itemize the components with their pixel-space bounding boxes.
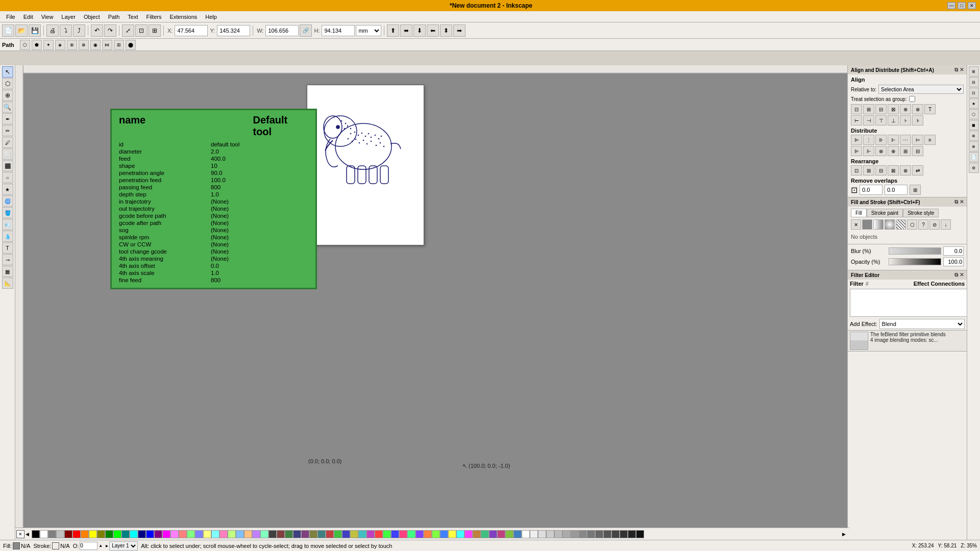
align-distribute-header[interactable]: Align and Distribute (Shift+Ctrl+A) ⧉ ✕ [848, 65, 967, 74]
dist-center-h[interactable]: ⋯ [900, 135, 911, 145]
dropper-tool[interactable]: 💧 [2, 231, 13, 242]
export-button[interactable]: ⤴ [73, 24, 85, 37]
menu-object[interactable]: Object [80, 13, 104, 21]
opacity-value[interactable] [943, 257, 964, 266]
align-center-h-button[interactable]: ⬍ [440, 24, 452, 37]
fill-unknown-icon[interactable]: ? [918, 219, 928, 230]
palette-color[interactable] [554, 530, 562, 538]
dist-remove-h[interactable]: ⊟ [912, 146, 923, 156]
palette-color[interactable] [415, 530, 424, 538]
minimize-button[interactable]: — [947, 2, 955, 9]
remove-overlap-btn[interactable]: ⊞ [910, 185, 921, 195]
palette-color[interactable] [350, 530, 358, 538]
lock-ratio-button[interactable]: 🔗 [300, 24, 312, 37]
filter-panel-detach[interactable]: ⧉ [954, 272, 958, 278]
palette-color[interactable] [334, 530, 342, 538]
swatch-btn[interactable]: ⬡ [969, 109, 979, 119]
align-right-edges[interactable]: ⊟ [875, 104, 887, 114]
blur-slider[interactable] [889, 247, 941, 255]
palette-color[interactable] [399, 530, 407, 538]
close-button[interactable]: ✕ [968, 2, 976, 9]
palette-color[interactable] [481, 530, 489, 538]
fill-pattern-icon[interactable] [896, 219, 906, 230]
align-bottom-edges[interactable]: ⊗ [912, 104, 923, 114]
opacity-slider[interactable] [889, 258, 941, 265]
palette-color[interactable] [105, 530, 113, 538]
dist-v-eq[interactable]: ⊩ [863, 146, 874, 156]
fill-unset-icon[interactable]: ⊘ [929, 219, 940, 230]
palette-color[interactable] [636, 530, 644, 538]
fill-panel-detach[interactable]: ⧉ [954, 199, 958, 205]
palette-color[interactable] [603, 530, 611, 538]
dist-right[interactable]: ⊪ [875, 135, 887, 145]
unit-select[interactable]: mmpxcmin [356, 25, 381, 36]
overlap-y-input[interactable] [885, 185, 908, 195]
align-panel-detach[interactable]: ⧉ [954, 67, 958, 73]
align-right-button[interactable]: ➡ [453, 24, 465, 37]
canvas-area[interactable]: (0.0; 0.0; 0.0) ↖ (100.0; 0.0; -1.0) nam… [23, 65, 847, 551]
fill-panel-close[interactable]: ✕ [960, 199, 964, 205]
opacity-status-input[interactable] [80, 542, 97, 550]
palette-color[interactable] [391, 530, 399, 538]
palette-color[interactable] [244, 530, 252, 538]
opacity-spinner-up[interactable]: ▲ [99, 543, 103, 548]
filter-panel-close[interactable]: ✕ [960, 272, 964, 278]
zoom-draw-button[interactable]: ⊡ [135, 24, 148, 37]
text-tool[interactable]: T [2, 242, 13, 254]
circle-tool[interactable]: ○ [2, 172, 13, 183]
star-tool[interactable]: ★ [2, 184, 13, 195]
palette-color[interactable] [130, 530, 138, 538]
blur-value[interactable] [943, 246, 964, 256]
path-btn-4[interactable]: ◈ [55, 40, 65, 50]
save-button[interactable]: 💾 [29, 24, 41, 37]
menu-path[interactable]: Path [104, 13, 124, 21]
palette-color[interactable] [538, 530, 546, 538]
dist-left[interactable]: ⊫ [851, 135, 862, 145]
palette-color[interactable] [366, 530, 375, 538]
palette-color[interactable] [407, 530, 415, 538]
palette-color[interactable] [326, 530, 334, 538]
align-left-button[interactable]: ⬅ [427, 24, 439, 37]
menu-file[interactable]: File [2, 13, 19, 21]
spray-tool[interactable]: 💨 [2, 219, 13, 230]
palette-color[interactable] [530, 530, 538, 538]
palette-color[interactable] [579, 530, 587, 538]
palette-color[interactable] [277, 530, 285, 538]
palette-color[interactable] [473, 530, 481, 538]
palette-color[interactable] [489, 530, 497, 538]
snap-btn[interactable]: ⊞ [969, 66, 979, 77]
palette-color[interactable] [375, 530, 383, 538]
fill-radial-icon[interactable] [885, 219, 895, 230]
rearrange-btn5[interactable]: ⊗ [900, 165, 911, 176]
align-center-row[interactable]: ⊦ [900, 115, 911, 126]
tab-stroke-paint[interactable]: Stroke paint [867, 209, 903, 217]
fill-swatch-icon[interactable]: ⬡ [907, 219, 917, 230]
palette-color[interactable] [219, 530, 228, 538]
align-top-button[interactable]: ⬆ [387, 24, 399, 37]
palette-color[interactable] [64, 530, 72, 538]
palette-color[interactable] [236, 530, 244, 538]
remove-color-btn[interactable]: ✕ [16, 530, 24, 538]
fill-stroke-header[interactable]: Fill and Stroke (Shift+Ctrl+F) ⧉ ✕ [848, 197, 967, 207]
palette-color[interactable] [89, 530, 97, 538]
palette-color[interactable] [162, 530, 170, 538]
fill2-btn[interactable]: ◼ [969, 120, 979, 130]
layer-select[interactable]: Layer 1 [109, 541, 138, 550]
zoom-tool[interactable]: 🔍 [2, 102, 13, 113]
rearrange-btn2[interactable]: ⊞ [863, 165, 874, 176]
calligraphy-tool[interactable]: 🖊 [2, 137, 13, 148]
fill-linear-icon[interactable] [873, 219, 884, 230]
palette-color[interactable] [464, 530, 473, 538]
dist-baseline[interactable]: ≡ [924, 135, 936, 145]
rearrange-btn3[interactable]: ⊟ [875, 165, 887, 176]
menu-layer[interactable]: Layer [57, 13, 80, 21]
palette-color[interactable] [571, 530, 579, 538]
palette-color[interactable] [440, 530, 448, 538]
align-center-h[interactable]: ⊕ [900, 104, 911, 114]
redo-button[interactable]: ↷ [104, 24, 116, 37]
path-btn-9[interactable]: ⊞ [114, 40, 124, 50]
palette-scroll-left[interactable]: ◀ [26, 532, 32, 537]
palette-color[interactable] [154, 530, 162, 538]
align-center-on-axis[interactable]: ⊣ [863, 115, 874, 126]
menu-edit[interactable]: Edit [19, 13, 37, 21]
